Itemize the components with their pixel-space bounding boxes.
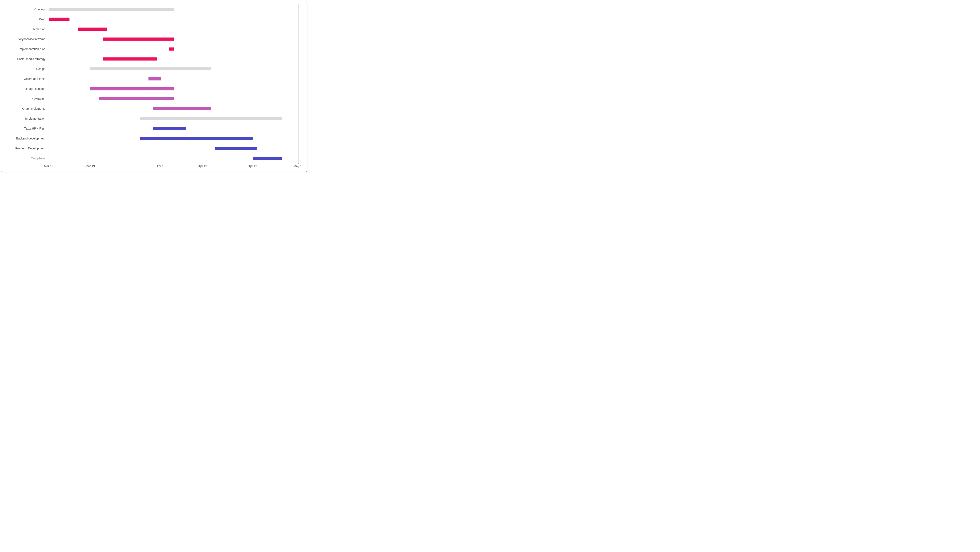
task-label: Storyboard/Wireframe — [16, 37, 45, 41]
gridline — [90, 4, 91, 163]
task-label: Concept — [34, 8, 45, 11]
x-axis: Mar 19Mar 19Apr 19Apr 19Apr 19May 19 — [49, 164, 303, 170]
gantt-bar — [103, 37, 173, 41]
task-label: Tech plan — [33, 27, 45, 31]
task-label: Draft — [39, 18, 45, 21]
gantt-bar — [169, 47, 173, 51]
task-label: Implementation plan — [19, 47, 45, 51]
task-label: Social media strategy — [17, 57, 45, 61]
gantt-bar — [215, 147, 257, 150]
gridline — [298, 4, 299, 163]
gantt-bar — [253, 157, 282, 160]
task-label: Design — [36, 67, 45, 70]
task-label: Navigation — [32, 97, 45, 101]
x-tick-label: May 19 — [294, 164, 303, 168]
task-labels: ConceptDraftTech planStoryboard/Wirefram… — [1, 4, 48, 163]
gantt-bar — [78, 27, 107, 30]
task-label: Texts HP + Rest — [24, 127, 45, 130]
gantt-bar — [90, 67, 211, 70]
gantt-bar — [140, 117, 282, 120]
gridline — [253, 4, 253, 163]
gantt-bar — [148, 77, 161, 80]
task-label: Graphic elements — [22, 107, 45, 110]
task-label: Implementation — [25, 117, 45, 120]
gantt-bar — [99, 97, 173, 101]
gantt-chart: ConceptDraftTech planStoryboard/Wirefram… — [1, 1, 307, 172]
gantt-bar — [153, 127, 186, 130]
gridline — [161, 4, 161, 163]
gantt-bar — [49, 18, 70, 21]
task-label: Image concept — [26, 87, 45, 91]
gantt-bar — [103, 57, 157, 61]
x-tick-label: Apr 19 — [248, 164, 257, 168]
task-label: Colors and fonts — [24, 77, 45, 81]
x-tick-label: Mar 19 — [44, 164, 53, 168]
x-tick-label: Mar 19 — [86, 164, 95, 168]
gridline — [203, 4, 203, 163]
x-tick-label: Apr 19 — [157, 164, 165, 168]
task-label: Frontend Development — [16, 147, 45, 150]
gantt-bar — [49, 8, 173, 11]
task-label: Test phase — [31, 156, 45, 160]
x-tick-label: Apr 19 — [198, 164, 207, 168]
gantt-bar — [140, 137, 253, 140]
plot-area — [49, 4, 303, 163]
task-label: Backend development — [16, 137, 45, 140]
gantt-bar — [153, 107, 211, 110]
